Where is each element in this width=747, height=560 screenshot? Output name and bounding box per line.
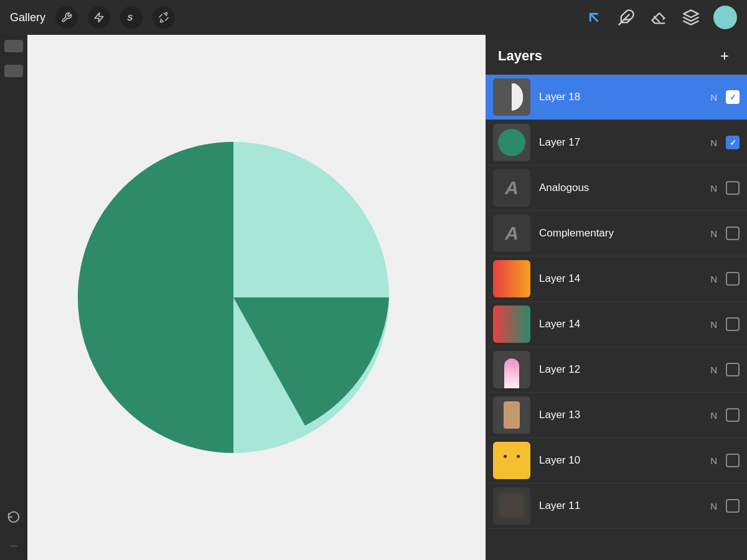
svg-line-6 — [590, 14, 598, 21]
secondary-color-button[interactable] — [4, 65, 23, 77]
transform-icon-button[interactable] — [153, 6, 175, 29]
checkmark-icon: ✓ — [730, 138, 736, 147]
layer-row[interactable]: Layer 12 N — [486, 347, 747, 393]
layer-row[interactable]: Layer 14 N — [486, 256, 747, 302]
wrench-icon-button[interactable] — [55, 6, 78, 29]
layers-tool-icon[interactable] — [681, 7, 701, 27]
panel-header: Layers + — [486, 35, 747, 75]
topbar: Gallery S — [0, 0, 747, 35]
layer-name: Layer 14 — [539, 318, 710, 330]
letter-thumb: A — [505, 223, 519, 244]
letter-thumb: A — [505, 177, 519, 198]
layer-mode: N — [710, 183, 717, 194]
nib-tool-icon[interactable] — [616, 7, 636, 27]
layer-thumbnail — [493, 442, 530, 479]
redo-button[interactable] — [2, 533, 25, 555]
layer-name: Complementary — [539, 227, 710, 240]
layer-mode: N — [710, 228, 717, 239]
panel-title: Layers — [498, 48, 542, 64]
topbar-right — [584, 6, 737, 29]
layer-mode: N — [710, 455, 717, 466]
pie-chart — [72, 136, 395, 459]
layer-row[interactable]: Layer 17 N ✓ — [486, 120, 747, 166]
layer-name: Analogous — [539, 182, 710, 194]
eraser-tool-icon[interactable] — [649, 7, 669, 27]
layers-panel: Layers + Layer 18 N ✓ — [486, 35, 747, 560]
layer-mode: N — [710, 138, 717, 148]
layer-thumbnail: A — [493, 169, 530, 207]
layer-mode: N — [710, 410, 717, 421]
checkmark-icon: ✓ — [730, 93, 736, 102]
layer-thumbnail — [493, 351, 530, 388]
layer-visibility-checkbox[interactable] — [726, 226, 740, 240]
layer-visibility-checkbox[interactable] — [726, 454, 740, 467]
color-swatch-button[interactable] — [4, 40, 23, 52]
layer-thumbnail — [493, 124, 530, 161]
main-area: Layers + Layer 18 N ✓ — [0, 35, 747, 560]
left-toolbar — [0, 35, 27, 560]
layer-mode: N — [710, 92, 717, 103]
layer-visibility-checkbox[interactable] — [726, 317, 740, 331]
layer-thumbnail: A — [493, 215, 530, 252]
layer-name: Layer 12 — [539, 363, 710, 376]
layer-thumbnail — [493, 306, 530, 343]
layer-visibility-checkbox[interactable] — [726, 408, 740, 422]
layer-visibility-checkbox[interactable] — [726, 181, 740, 195]
layer-name: Layer 11 — [539, 500, 710, 512]
layer-mode: N — [710, 319, 717, 330]
svg-line-5 — [165, 17, 168, 21]
svg-text:S: S — [127, 13, 133, 22]
layer-thumbnail — [493, 487, 530, 525]
svg-line-4 — [159, 14, 162, 17]
svg-line-2 — [164, 13, 167, 16]
layer-mode: N — [710, 501, 717, 511]
pen-tool-icon[interactable] — [584, 7, 604, 27]
layer-visibility-checkbox[interactable] — [726, 272, 740, 286]
gradient-mixed-thumb — [493, 306, 530, 343]
layer-visibility-checkbox[interactable]: ✓ — [726, 136, 740, 149]
avatar[interactable] — [713, 6, 737, 29]
layer-name: Layer 17 — [539, 136, 710, 149]
add-layer-button[interactable]: + — [715, 46, 735, 66]
layer-row[interactable]: A Complementary N — [486, 211, 747, 256]
green-circle-thumb — [498, 129, 525, 156]
layer-visibility-checkbox[interactable] — [726, 499, 740, 513]
layer-mode: N — [710, 274, 717, 284]
layer-row[interactable]: Layer 13 N — [486, 393, 747, 438]
svg-line-3 — [161, 19, 164, 22]
undo-button[interactable] — [2, 505, 25, 528]
adjust-icon-button[interactable] — [88, 6, 110, 29]
layer-name: Layer 13 — [539, 409, 710, 421]
layer-row[interactable]: Layer 11 N — [486, 483, 747, 529]
layer-row[interactable]: Layer 18 N ✓ — [486, 75, 747, 120]
gallery-button[interactable]: Gallery — [10, 11, 45, 24]
layer-visibility-checkbox[interactable]: ✓ — [726, 90, 740, 104]
layer-row[interactable]: Layer 14 N — [486, 302, 747, 347]
canvas-area — [27, 35, 486, 560]
layer-name: Layer 14 — [539, 273, 710, 285]
svg-marker-0 — [95, 13, 103, 22]
selection-icon-button[interactable]: S — [120, 6, 143, 29]
layer-thumbnail — [493, 260, 530, 297]
layers-list: Layer 18 N ✓ Layer 17 N ✓ — [486, 75, 747, 560]
layer-thumbnail — [493, 396, 530, 434]
topbar-left: Gallery S — [10, 6, 175, 29]
layer-row[interactable]: Layer 10 N — [486, 438, 747, 483]
layer-visibility-checkbox[interactable] — [726, 363, 740, 376]
layer-mode: N — [710, 365, 717, 375]
layer-name: Layer 18 — [539, 91, 710, 103]
layer-thumbnail — [493, 78, 530, 116]
layer-name: Layer 10 — [539, 454, 710, 467]
gradient-red-thumb — [493, 260, 530, 297]
layer-row[interactable]: A Analogous N — [486, 166, 747, 211]
svg-marker-9 — [684, 10, 698, 17]
